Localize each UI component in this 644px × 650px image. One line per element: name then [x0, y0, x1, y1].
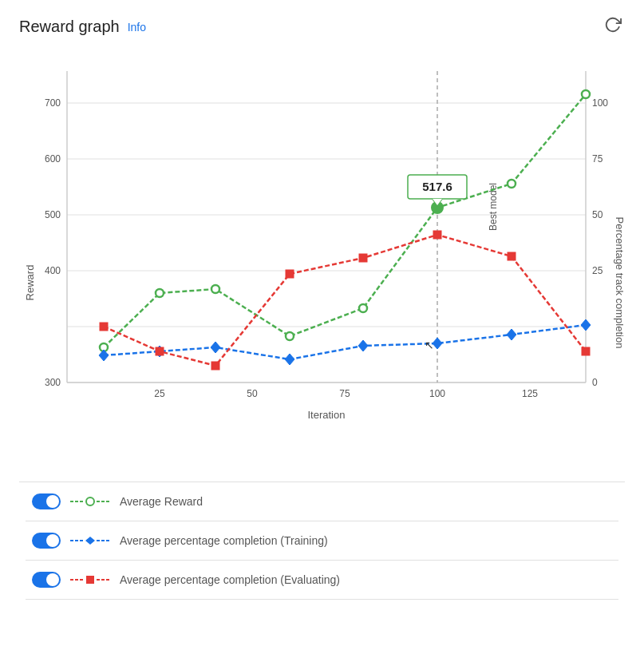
legend-item-avg-reward: Average Reward	[26, 482, 618, 521]
y-right-tick-50: 50	[592, 209, 603, 220]
x-tick-100: 100	[429, 388, 445, 399]
legend-item-avg-pct-training: Average percentage completion (Training)	[26, 521, 618, 561]
reward-point-8	[582, 90, 590, 98]
y-right-label: Percentage track completion	[614, 217, 623, 349]
header: Reward graph Info	[19, 13, 625, 41]
reward-point-7	[508, 180, 516, 188]
refresh-icon	[604, 16, 622, 34]
training-point-8	[581, 319, 591, 331]
training-point-3	[211, 342, 220, 353]
eval-point-3	[211, 362, 219, 370]
main-chart-svg: Reward Percentage track completion 7	[19, 47, 623, 462]
y-tick-600: 600	[45, 153, 61, 164]
legend-line-avg-reward	[70, 495, 110, 508]
page-title: Reward graph	[19, 18, 120, 36]
reward-point-3	[211, 285, 219, 293]
y-right-tick-25: 25	[592, 265, 603, 276]
avg-reward-line	[104, 94, 586, 347]
svg-point-11	[86, 497, 94, 505]
training-point-5	[358, 340, 368, 351]
eval-point-1	[100, 323, 108, 331]
y-right-tick-0: 0	[592, 377, 598, 388]
tooltip-value: 517.6	[422, 180, 452, 193]
y-tick-300: 300	[45, 377, 61, 388]
svg-rect-17	[86, 576, 94, 584]
refresh-button[interactable]	[601, 13, 625, 41]
legend-item-avg-pct-evaluating: Average percentage completion (Evaluatin…	[26, 561, 618, 600]
legend-line-avg-pct-training	[70, 534, 110, 547]
toggle-avg-pct-training[interactable]	[32, 533, 61, 549]
eval-point-2	[156, 347, 164, 355]
y-right-tick-75: 75	[592, 153, 603, 164]
reward-point-2	[156, 289, 164, 297]
legend-label-avg-pct-evaluating: Average percentage completion (Evaluatin…	[120, 573, 340, 586]
legend-label-avg-reward: Average Reward	[120, 495, 203, 508]
reward-point-4	[286, 332, 294, 340]
x-tick-25: 25	[154, 388, 165, 399]
training-point-7	[507, 329, 516, 340]
legend-label-avg-pct-training: Average percentage completion (Training)	[120, 534, 328, 547]
eval-point-8	[582, 347, 590, 355]
training-point-1	[99, 350, 109, 361]
x-tick-75: 75	[339, 388, 350, 399]
legend-area: Average Reward Average percentage comple…	[19, 482, 625, 600]
eval-point-5	[359, 254, 367, 262]
cursor-icon: ↖	[425, 339, 434, 351]
info-badge[interactable]: Info	[128, 21, 146, 34]
x-axis-label: Iteration	[308, 409, 346, 421]
eval-point-4	[286, 270, 294, 278]
y-right-tick-100: 100	[592, 97, 608, 109]
toggle-avg-pct-evaluating[interactable]	[32, 572, 61, 588]
y-tick-400: 400	[45, 265, 61, 276]
toggle-avg-reward[interactable]	[32, 493, 61, 509]
svg-marker-14	[85, 537, 95, 545]
y-tick-700: 700	[45, 97, 61, 109]
x-tick-125: 125	[522, 388, 538, 399]
avg-pct-training-line	[104, 325, 586, 359]
y-left-label: Reward	[24, 265, 36, 301]
header-left: Reward graph Info	[19, 18, 146, 36]
chart-area: Reward Percentage track completion 7	[19, 47, 625, 600]
training-point-4	[285, 354, 294, 365]
page: Reward graph Info Reward Percentage trac…	[0, 0, 644, 612]
eval-point-6	[433, 231, 441, 239]
y-tick-500: 500	[45, 209, 61, 220]
legend-line-avg-pct-evaluating	[70, 573, 110, 586]
eval-point-7	[508, 252, 516, 260]
chart-container: Reward Percentage track completion 7	[19, 47, 625, 462]
x-tick-50: 50	[247, 388, 258, 399]
reward-point-5	[359, 304, 367, 312]
